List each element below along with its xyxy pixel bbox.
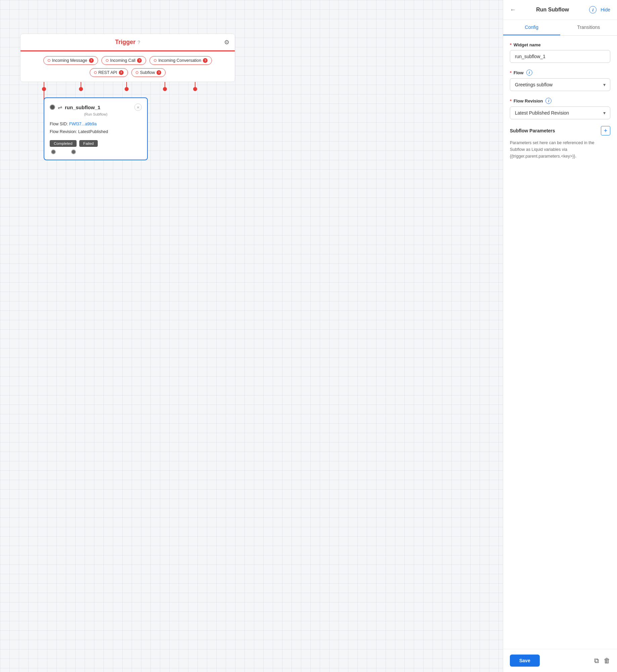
flow-revision-group: * Flow Revision i Latest Published Revis… xyxy=(510,98,610,119)
canvas-area: Trigger ? ⚙ Incoming Message ? Incoming … xyxy=(0,0,503,672)
svg-point-5 xyxy=(42,87,46,91)
event-label: Incoming Call xyxy=(110,58,136,63)
trigger-gear-icon[interactable]: ⚙ xyxy=(224,39,229,46)
trigger-header: Trigger ? ⚙ xyxy=(20,34,235,51)
subflow-node[interactable]: ⇌ run_subflow_1 × (Run Subflow) Flow SID… xyxy=(44,97,148,160)
event-dot xyxy=(154,59,157,62)
event-info[interactable]: ? xyxy=(119,70,124,75)
save-button[interactable]: Save xyxy=(510,655,540,667)
subflow-params-group: Subflow Parameters + Parameters set here… xyxy=(510,126,610,160)
flow-info-icon[interactable]: i xyxy=(526,70,532,76)
trigger-events: Incoming Message ? Incoming Call ? Incom… xyxy=(20,51,235,82)
panel-header-right: i Hide xyxy=(589,6,610,13)
widget-name-group: * Widget name xyxy=(510,42,610,63)
delete-icon[interactable]: 🗑 xyxy=(604,657,610,665)
subflow-params-title: Subflow Parameters xyxy=(510,128,555,133)
failed-output-dot xyxy=(71,150,76,154)
flow-revision-label: * Flow Revision i xyxy=(510,98,610,104)
flow-sid-value[interactable]: FWf37...a9b9a xyxy=(69,122,97,126)
transition-failed[interactable]: Failed xyxy=(79,140,98,147)
event-label: Incoming Conversation xyxy=(158,58,201,63)
transition-completed[interactable]: Completed xyxy=(50,140,77,147)
subflow-params-desc: Parameters set here can be referenced in… xyxy=(510,139,610,160)
svg-point-7 xyxy=(125,87,129,91)
event-info[interactable]: ? xyxy=(203,58,208,63)
svg-point-9 xyxy=(193,87,197,91)
node-status-dot xyxy=(50,104,55,110)
subflow-params-header: Subflow Parameters + xyxy=(510,126,610,135)
flow-select[interactable]: Greetings subflow xyxy=(510,78,610,91)
event-label: REST API xyxy=(98,70,117,75)
panel-footer: Save ⧉ 🗑 xyxy=(503,649,617,672)
node-header: ⇌ run_subflow_1 × xyxy=(50,103,142,111)
flow-revision-value: LatestPublished xyxy=(78,129,108,134)
panel-header: ← Run Subflow i Hide xyxy=(503,0,617,20)
panel-tabs: Config Transitions xyxy=(503,20,617,36)
transition-dots-row xyxy=(50,150,142,154)
event-pill-incoming-message[interactable]: Incoming Message ? xyxy=(43,56,98,65)
right-panel: ← Run Subflow i Hide Config Transitions … xyxy=(503,0,617,672)
tab-transitions[interactable]: Transitions xyxy=(560,20,617,35)
panel-title: Run Subflow xyxy=(536,7,569,13)
panel-info-icon[interactable]: i xyxy=(589,6,597,13)
event-dot xyxy=(94,71,97,74)
flow-revision-label: Flow Revision: xyxy=(50,129,77,134)
event-label: Subflow xyxy=(140,70,155,75)
event-label: Incoming Message xyxy=(52,58,87,63)
svg-point-8 xyxy=(163,87,167,91)
event-pill-subflow[interactable]: Subflow ? xyxy=(131,68,166,77)
flow-label: * Flow i xyxy=(510,70,610,76)
event-dot xyxy=(136,71,138,74)
trigger-title: Trigger xyxy=(115,39,136,46)
node-close-button[interactable]: × xyxy=(134,103,142,111)
event-info[interactable]: ? xyxy=(89,58,94,63)
panel-content: * Widget name * Flow i Greetings subflow… xyxy=(503,36,617,649)
event-pill-incoming-call[interactable]: Incoming Call ? xyxy=(101,56,146,65)
widget-name-label: * Widget name xyxy=(510,42,610,47)
node-subtitle: (Run Subflow) xyxy=(50,112,142,116)
event-dot xyxy=(48,59,50,62)
flow-sid-row: Flow SID: FWf37...a9b9a xyxy=(50,120,142,128)
completed-output-dot xyxy=(51,150,56,154)
node-title: run_subflow_1 xyxy=(65,104,100,110)
add-param-button[interactable]: + xyxy=(601,126,610,135)
event-pill-incoming-conversation[interactable]: Incoming Conversation ? xyxy=(149,56,212,65)
flow-sid-label: Flow SID: xyxy=(50,122,68,126)
flow-revision-row: Flow Revision: LatestPublished xyxy=(50,128,142,136)
svg-point-6 xyxy=(79,87,83,91)
widget-name-input[interactable] xyxy=(510,50,610,63)
flow-select-wrapper: Greetings subflow ▾ xyxy=(510,78,610,91)
back-button[interactable]: ← xyxy=(510,6,516,13)
footer-icons: ⧉ 🗑 xyxy=(594,657,610,665)
event-dot xyxy=(106,59,108,62)
event-pill-rest-api[interactable]: REST API ? xyxy=(90,68,128,77)
copy-icon[interactable]: ⧉ xyxy=(594,657,599,665)
flow-group: * Flow i Greetings subflow ▾ xyxy=(510,70,610,91)
flow-revision-select[interactable]: Latest Published Revision xyxy=(510,107,610,119)
panel-hide-button[interactable]: Hide xyxy=(601,7,610,12)
flow-revision-select-wrapper: Latest Published Revision ▾ xyxy=(510,107,610,119)
node-transitions: Completed Failed xyxy=(50,140,142,147)
event-info[interactable]: ? xyxy=(137,58,142,63)
trigger-block: Trigger ? ⚙ Incoming Message ? Incoming … xyxy=(20,34,235,82)
node-title-row: ⇌ run_subflow_1 xyxy=(50,104,100,111)
trigger-info-icon[interactable]: ? xyxy=(138,40,140,45)
flow-revision-info-icon[interactable]: i xyxy=(545,98,552,104)
tab-config[interactable]: Config xyxy=(503,20,560,35)
event-info[interactable]: ? xyxy=(157,70,161,75)
node-info: Flow SID: FWf37...a9b9a Flow Revision: L… xyxy=(50,120,142,135)
subflow-icon: ⇌ xyxy=(58,104,62,111)
